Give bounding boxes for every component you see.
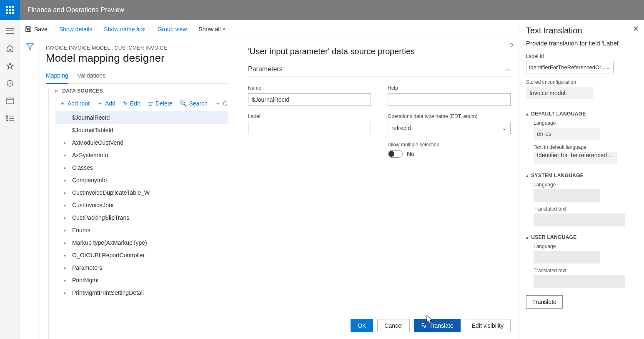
- svg-rect-13: [7, 98, 13, 104]
- dialog-title: 'User input parameter' data source prope…: [248, 47, 511, 56]
- system-language-input[interactable]: [534, 189, 600, 202]
- expand-icon[interactable]: ▹: [55, 88, 58, 94]
- caret-icon[interactable]: ▴: [526, 111, 529, 117]
- group-view-button[interactable]: Group view: [158, 26, 187, 33]
- user-text-label: Translated text: [534, 268, 637, 274]
- datasource-label: AxSystemInfo: [72, 152, 108, 158]
- translation-title: Text translation: [526, 26, 637, 35]
- datasource-row[interactable]: ▸AxModuleCustVend: [55, 136, 228, 149]
- app-launcher[interactable]: [0, 0, 20, 20]
- expand-icon[interactable]: ▸: [64, 203, 68, 208]
- datasource-row[interactable]: ▸CustInvoiceJour: [55, 199, 228, 211]
- ok-button[interactable]: OK: [351, 319, 373, 332]
- add-button[interactable]: ＋Add: [97, 100, 115, 107]
- datasource-label: CustPackingSlipTrans: [72, 214, 129, 221]
- expand-icon[interactable]: ▸: [64, 253, 68, 258]
- hamburger-icon[interactable]: [6, 27, 14, 35]
- add-root-label: Add root: [68, 100, 90, 107]
- user-text-input[interactable]: [534, 275, 625, 288]
- save-button[interactable]: Save: [25, 26, 48, 33]
- datasource-label: Parameters: [72, 264, 102, 271]
- datasource-row[interactable]: ▸Enums: [55, 224, 228, 236]
- datasource-row[interactable]: ▸Classes: [55, 161, 228, 174]
- more-button[interactable]: ＋C: [215, 100, 227, 107]
- translate-action-button[interactable]: Translate: [526, 295, 563, 309]
- svg-rect-1: [9, 6, 11, 8]
- user-language-label: Language: [534, 244, 637, 249]
- svg-rect-3: [6, 9, 8, 11]
- svg-rect-6: [6, 12, 8, 14]
- favorites-icon[interactable]: [6, 62, 14, 70]
- add-root-button[interactable]: ＋Add root: [60, 100, 90, 107]
- svg-rect-7: [9, 12, 11, 14]
- search-button[interactable]: 🔍Search: [180, 100, 207, 107]
- more-label: C: [223, 100, 227, 107]
- datasource-row[interactable]: ▸CustPackingSlipTrans: [55, 211, 228, 224]
- tab-mapping[interactable]: Mapping: [46, 70, 68, 84]
- expand-icon[interactable]: ▸: [64, 153, 68, 158]
- labelid-select[interactable]: IdentifierForTheReferencedOr... ⌄: [526, 61, 614, 73]
- datasource-label: Enums: [72, 227, 90, 234]
- edit-label: Edit: [130, 100, 140, 107]
- show-details-button[interactable]: Show details: [59, 26, 92, 33]
- translation-subtitle: Provide translation for field 'Label': [526, 40, 637, 47]
- delete-button[interactable]: 🗑Delete: [148, 100, 172, 107]
- datasource-label: $JournalRecId: [72, 114, 110, 121]
- expand-icon[interactable]: ▸: [64, 178, 68, 183]
- datasource-label: O_OIOUBLReportController: [72, 252, 145, 259]
- datasource-label: CompanyInfo: [72, 177, 107, 183]
- user-language-input[interactable]: [534, 251, 600, 264]
- expand-icon[interactable]: ▸: [64, 290, 68, 296]
- datasource-row[interactable]: ▸PrintMgmtPrintSettingDetail: [55, 286, 228, 299]
- translate-button[interactable]: Translate: [414, 319, 461, 332]
- datasource-label: PrintMgmt: [72, 277, 99, 284]
- allow-multi-toggle[interactable]: [388, 150, 403, 158]
- expand-icon[interactable]: ▸: [64, 190, 68, 196]
- show-all-label: Show all: [199, 26, 221, 33]
- expand-icon[interactable]: ▸: [64, 215, 68, 221]
- workspaces-icon[interactable]: [6, 97, 14, 105]
- translate-label: Translate: [429, 322, 454, 329]
- system-text-input[interactable]: [534, 213, 625, 226]
- show-name-first-button[interactable]: Show name first: [104, 26, 145, 33]
- help-input[interactable]: [388, 93, 511, 106]
- expand-icon[interactable]: ▸: [64, 140, 68, 146]
- datasource-row[interactable]: ▸Parameters: [55, 261, 228, 274]
- stored-value: Invoice model: [526, 87, 593, 99]
- expand-icon[interactable]: ▸: [64, 228, 68, 233]
- expand-icon[interactable]: ▸: [64, 165, 68, 171]
- home-icon[interactable]: [6, 44, 14, 53]
- datasource-row[interactable]: ▸PrintMgmt: [55, 274, 228, 286]
- expand-icon[interactable]: ▸: [64, 240, 68, 246]
- edit-visibility-button[interactable]: Edit visibility: [465, 319, 511, 332]
- show-all-button[interactable]: Show all ▾: [199, 26, 226, 33]
- datasource-row[interactable]: ▸CompanyInfo: [55, 174, 228, 186]
- label-input[interactable]: [248, 122, 371, 134]
- help-icon[interactable]: ?: [509, 43, 513, 50]
- close-icon[interactable]: ✕: [633, 24, 639, 33]
- datasource-row[interactable]: ▸$JournalTableId: [55, 124, 228, 136]
- name-input[interactable]: [248, 93, 371, 106]
- datasource-row[interactable]: ▸AxSystemInfo: [55, 149, 228, 161]
- pencil-icon: ✎: [123, 100, 128, 107]
- user-language-header: USER LANGUAGE: [531, 234, 576, 240]
- datasource-label: CustInvoiceJour: [72, 202, 114, 208]
- edit-button[interactable]: ✎Edit: [123, 100, 140, 107]
- datasource-label: PrintMgmtPrintSettingDetail: [72, 289, 144, 296]
- edt-select[interactable]: refrecid ⌄: [388, 122, 511, 134]
- caret-icon[interactable]: ▴: [526, 235, 529, 240]
- filter-icon[interactable]: [26, 43, 34, 339]
- tab-validations[interactable]: Validations: [78, 70, 105, 83]
- datasource-row[interactable]: ▸O_OIOUBLReportController: [55, 249, 228, 261]
- datasource-row[interactable]: ▸CustInvoiceDuplicateTable_W: [55, 186, 228, 199]
- expand-icon[interactable]: ▸: [64, 265, 68, 271]
- cancel-button[interactable]: Cancel: [377, 319, 410, 332]
- labelid-label: Label Id: [526, 53, 637, 59]
- collapse-icon[interactable]: ︿: [505, 65, 511, 73]
- datasource-row[interactable]: ▸$JournalRecId: [55, 111, 228, 124]
- modules-icon[interactable]: [6, 114, 14, 123]
- caret-icon[interactable]: ▴: [526, 173, 529, 178]
- recent-icon[interactable]: [6, 79, 14, 88]
- expand-icon[interactable]: ▸: [64, 278, 68, 283]
- datasource-row[interactable]: ▸Markup type(AxMarkupType): [55, 236, 228, 249]
